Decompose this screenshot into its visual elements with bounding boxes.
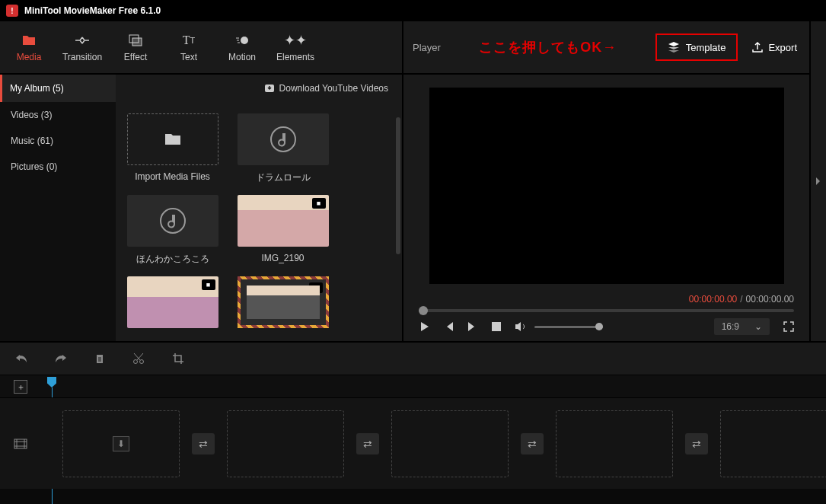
player-controls: 16:9 ⌄ [403, 312, 809, 341]
sidebar-item-videos[interactable]: Videos (3) [0, 102, 116, 128]
timeline-slot[interactable]: ⬇ [62, 410, 180, 477]
add-track-button[interactable]: ＋ [14, 380, 27, 394]
motion-icon [235, 32, 249, 49]
app-logo-icon: ! [6, 5, 18, 17]
svg-point-8 [140, 360, 144, 364]
media-sidebar: Videos (3) Music (61) Pictures (0) [0, 102, 116, 341]
fullscreen-button[interactable] [783, 321, 794, 332]
effect-icon [129, 32, 142, 49]
aspect-ratio-select[interactable]: 16:9 ⌄ [714, 318, 770, 335]
media-item-label: ドラムロール [256, 171, 311, 184]
video-badge-icon: ■ [202, 279, 215, 290]
tab-label: Media [17, 52, 42, 62]
download-youtube-button[interactable]: Download YouTube Videos [264, 83, 388, 94]
expand-panel-button[interactable] [809, 21, 826, 341]
export-icon [751, 41, 764, 53]
svg-rect-1 [132, 38, 142, 46]
scrub-bar[interactable] [419, 309, 794, 312]
download-youtube-label: Download YouTube Videos [279, 83, 388, 94]
elements-icon: ✦✦ [284, 32, 307, 49]
timeline-ruler[interactable]: ＋ [0, 375, 826, 397]
video-badge-icon: ■ [312, 198, 326, 209]
undo-button[interactable] [15, 353, 27, 364]
media-item[interactable]: ■ [235, 276, 330, 328]
tab-transition[interactable]: Transition [61, 32, 104, 62]
video-track[interactable]: ⬇ ⇄ ⇄ ⇄ ⇄ [0, 397, 826, 489]
transition-icon [75, 32, 90, 49]
music-note-icon [269, 126, 297, 153]
timeline-toolbar [0, 341, 826, 375]
time-separator: / [740, 294, 742, 305]
template-label: Template [686, 42, 726, 53]
player-header: Player ここを押してもOK→ Template Export [403, 21, 809, 75]
app-title: MiniTool MovieMaker Free 6.1.0 [24, 5, 161, 16]
scrollbar[interactable] [396, 117, 400, 254]
timeline-slot[interactable] [556, 410, 673, 477]
tab-elements[interactable]: ✦✦ Elements [274, 32, 317, 62]
transition-slot[interactable]: ⇄ [356, 433, 379, 455]
import-label: Import Media Files [135, 171, 210, 182]
media-item[interactable]: ドラムロール [235, 113, 330, 184]
music-note-icon [159, 207, 187, 234]
transition-slot[interactable]: ⇄ [685, 433, 708, 455]
sidebar-item-pictures[interactable]: Pictures (0) [0, 154, 116, 180]
video-badge-icon: ■ [309, 282, 323, 293]
transition-slot[interactable]: ⇄ [521, 433, 544, 455]
tab-label: Elements [276, 52, 314, 62]
prev-button[interactable] [443, 321, 454, 332]
tab-media[interactable]: Media [8, 32, 50, 62]
tab-label: Effect [124, 52, 147, 62]
redo-button[interactable] [55, 353, 67, 364]
media-item[interactable]: ほんわかころころ [125, 195, 220, 266]
title-bar: ! MiniTool MovieMaker Free 6.1.0 [0, 0, 826, 21]
next-button[interactable] [467, 321, 478, 332]
media-item[interactable]: ■ [125, 276, 220, 328]
volume-slider[interactable] [534, 326, 603, 328]
timeline-slot[interactable] [391, 410, 509, 477]
volume-button[interactable] [515, 321, 527, 332]
transition-slot[interactable]: ⇄ [192, 433, 215, 455]
stop-button[interactable] [492, 322, 501, 331]
time-current: 00:00:00.00 [689, 294, 737, 305]
svg-point-2 [241, 37, 248, 44]
media-header: Download YouTube Videos [116, 75, 402, 102]
tab-motion[interactable]: Motion [221, 32, 263, 62]
media-item[interactable]: ■ IMG_2190 [235, 195, 330, 266]
folder-icon [21, 32, 37, 49]
video-track-icon [14, 439, 27, 449]
cut-button[interactable] [132, 352, 145, 365]
svg-rect-6 [492, 322, 501, 331]
import-media-button[interactable]: Import Media Files [125, 113, 220, 184]
svg-rect-9 [14, 439, 27, 448]
media-grid: Import Media Files ドラムロール ほんわかころころ [116, 102, 402, 341]
preview-screen[interactable] [429, 88, 784, 284]
media-item-label: ほんわかころころ [136, 253, 209, 266]
export-label: Export [768, 42, 797, 53]
annotation-overlay: ここを押してもOK→ [451, 38, 645, 56]
timeline-slot[interactable] [227, 410, 344, 477]
chevron-right-icon [815, 177, 821, 186]
folder-icon [164, 132, 182, 147]
chevron-down-icon: ⌄ [754, 321, 762, 332]
tab-label: Motion [228, 52, 256, 62]
player-label: Player [413, 42, 441, 53]
download-icon [264, 84, 275, 93]
tab-label: Transition [62, 52, 102, 62]
drop-icon: ⬇ [113, 436, 129, 451]
export-button[interactable]: Export [748, 41, 800, 53]
sidebar-header-my-album[interactable]: My Album (5) [0, 75, 116, 102]
delete-button[interactable] [94, 352, 105, 365]
text-icon: TT [183, 32, 196, 49]
timeline-slot[interactable] [720, 410, 826, 477]
time-total: 00:00:00.00 [746, 294, 794, 305]
play-button[interactable] [419, 321, 429, 332]
tab-text[interactable]: TT Text [167, 32, 210, 62]
preview-area [403, 75, 809, 297]
tab-effect[interactable]: Effect [114, 32, 157, 62]
crop-button[interactable] [172, 352, 184, 365]
svg-point-7 [134, 360, 138, 364]
ratio-value: 16:9 [722, 321, 739, 332]
layers-icon [668, 41, 680, 53]
sidebar-item-music[interactable]: Music (61) [0, 128, 116, 154]
template-button[interactable]: Template [655, 33, 738, 61]
